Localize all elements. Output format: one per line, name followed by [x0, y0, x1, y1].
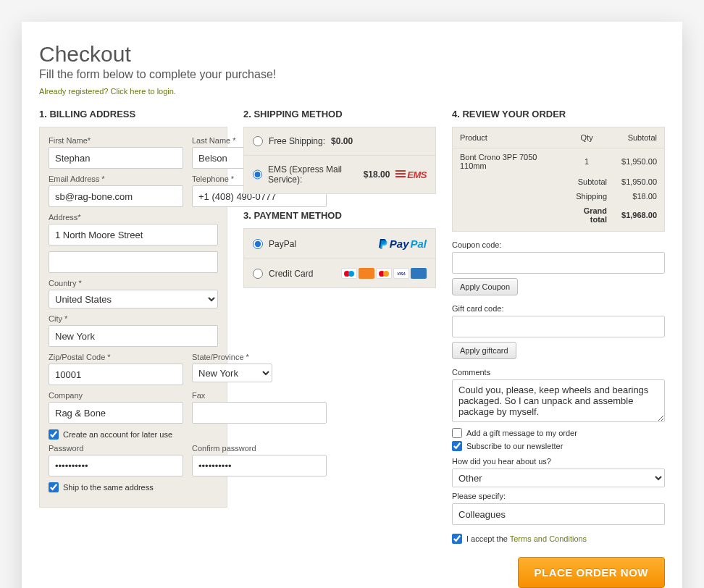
grand-label: Grand total [559, 203, 614, 232]
zip-input[interactable] [49, 364, 183, 385]
sum-subtotal-label: Subtotal [559, 175, 614, 189]
paypal-logo: PayPal [378, 238, 427, 250]
giftcard-label: Gift card code: [452, 304, 665, 313]
terms-prefix: I accept the [466, 534, 510, 543]
payment-options: PayPal PayPal Credit Card VISA [243, 228, 436, 288]
apply-giftcard-button[interactable]: Apply giftcard [452, 342, 516, 359]
city-label: City * [49, 314, 218, 323]
credit-card-logos: VISA [341, 268, 427, 279]
newsletter-checkbox[interactable] [452, 441, 462, 451]
th-subtotal: Subtotal [614, 127, 664, 148]
country-label: Country * [49, 279, 218, 287]
address2-input[interactable] [49, 251, 218, 273]
address1-input[interactable] [49, 224, 218, 245]
summary-row: Shipping $18.00 [453, 189, 665, 203]
apply-coupon-button[interactable]: Apply Coupon [452, 278, 518, 295]
first-name-input[interactable] [49, 147, 183, 169]
ems-logo: EMS [395, 169, 427, 180]
shipping-ems-label: EMS (Express Mail Service): [268, 164, 358, 185]
sum-shipping-value: $18.00 [614, 189, 664, 203]
place-order-button[interactable]: PLACE ORDER NOW [518, 557, 666, 588]
shipping-radio-free[interactable] [253, 136, 263, 146]
shipping-options: Free Shipping: $0.00 EMS (Express Mail S… [243, 127, 436, 194]
first-name-label: First Name* [49, 136, 183, 145]
shipping-free-price: $0.00 [331, 136, 353, 146]
company-label: Company [49, 391, 183, 400]
coupon-input[interactable] [452, 252, 665, 274]
table-row: Bont Crono 3PF 7050 110mm 1 $1,950.00 [453, 148, 665, 175]
hear-label: How did you hear about us? [452, 457, 665, 466]
grand-total-row: Grand total $1,968.00 [453, 203, 665, 232]
terms-checkbox[interactable] [452, 534, 462, 544]
terms-text: I accept the Terms and Conditions [466, 534, 587, 543]
review-section-title: 4. REVIEW YOUR ORDER [452, 109, 665, 119]
shipping-radio-ems[interactable] [253, 169, 262, 180]
th-product: Product [453, 127, 560, 148]
terms-link[interactable]: Terms and Conditions [510, 534, 587, 543]
email-label: Email Address * [49, 175, 183, 183]
order-table: Product Qty Subtotal Bont Crono 3PF 7050… [452, 127, 665, 232]
page-subtitle: Fill the form below to complete your pur… [39, 68, 665, 81]
summary-row: Subtotal $1,950.00 [453, 175, 665, 189]
payment-section-title: 3. PAYMENT METHOD [243, 210, 436, 221]
item-name: Bont Crono 3PF 7050 110mm [453, 148, 560, 175]
th-qty: Qty [559, 127, 614, 148]
password-input[interactable] [49, 455, 183, 476]
mastercard-icon [376, 268, 392, 279]
item-subtotal: $1,950.00 [614, 148, 664, 175]
shipping-option-free[interactable]: Free Shipping: $0.00 [244, 127, 435, 155]
visa-icon: VISA [393, 268, 409, 279]
comments-textarea[interactable]: Could you, please, keep wheels and beari… [452, 379, 665, 422]
payment-option-credit[interactable]: Credit Card VISA [244, 259, 435, 287]
payment-option-paypal[interactable]: PayPal PayPal [244, 229, 435, 259]
payment-radio-paypal[interactable] [253, 239, 263, 249]
comments-label: Comments [452, 368, 665, 377]
maestro-icon [341, 268, 357, 279]
newsletter-label: Subscribe to our newsletter [466, 442, 563, 450]
shipping-ems-price: $18.00 [364, 169, 390, 180]
specify-label: Please specify: [452, 492, 665, 500]
shipping-option-ems[interactable]: EMS (Express Mail Service): $18.00 EMS [244, 155, 435, 193]
page-title: Checkout [39, 42, 665, 67]
payment-paypal-label: PayPal [269, 239, 296, 249]
password-label: Password [49, 444, 183, 453]
amex-icon [411, 268, 427, 279]
coupon-label: Coupon code: [452, 240, 665, 249]
item-qty: 1 [559, 148, 614, 175]
specify-input[interactable] [452, 503, 665, 525]
giftcard-input[interactable] [452, 316, 665, 337]
login-link[interactable]: Already registered? Click here to login. [39, 87, 176, 96]
country-select[interactable]: United States [49, 290, 218, 308]
gift-message-label: Add a gift message to my order [466, 429, 577, 437]
city-input[interactable] [49, 325, 218, 347]
shipping-free-label: Free Shipping: [269, 136, 325, 146]
billing-section-title: 1. BILLING ADDRESS [39, 109, 227, 119]
grand-value: $1,968.00 [614, 203, 664, 232]
create-account-label: Create an account for later use [63, 430, 172, 439]
payment-credit-label: Credit Card [269, 269, 313, 279]
gift-message-checkbox[interactable] [452, 428, 462, 438]
email-input[interactable] [49, 185, 183, 207]
company-input[interactable] [49, 402, 183, 424]
address-label: Address* [49, 213, 218, 222]
create-account-checkbox[interactable] [49, 429, 59, 440]
sum-shipping-label: Shipping [559, 189, 614, 203]
billing-panel: First Name* Last Name * Email Address * … [39, 127, 227, 508]
discover-icon [359, 268, 374, 279]
payment-radio-credit[interactable] [253, 269, 263, 279]
ship-same-label: Ship to the same address [63, 483, 154, 492]
shipping-section-title: 2. SHIPPING METHOD [243, 109, 436, 119]
sum-subtotal-value: $1,950.00 [614, 175, 664, 189]
hear-select[interactable]: Other [452, 469, 665, 487]
ship-same-checkbox[interactable] [49, 482, 59, 492]
zip-label: Zip/Postal Code * [49, 353, 183, 361]
